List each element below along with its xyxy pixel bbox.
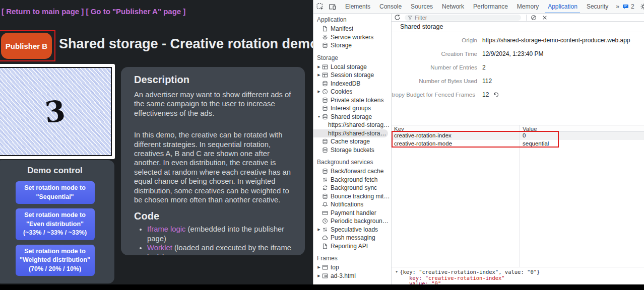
device-toolbar-icon[interactable] (328, 3, 336, 11)
meta-row-entropy-budget: Entropy Budget for Fenced Frames 12 (392, 88, 644, 101)
more-tabs-chevron[interactable]: » (613, 0, 622, 14)
meta-label: Origin (392, 37, 477, 43)
sidebar-item-interest-groups[interactable]: Interest groups (313, 104, 391, 113)
sidebar-item-speculative-loads[interactable]: ▶Speculative loads (313, 226, 391, 234)
sidebar-item-local-storage[interactable]: ▶Local storage (313, 63, 391, 71)
iframe-logic-link[interactable]: Iframe logic (147, 225, 185, 233)
tab-sources[interactable]: Sources (406, 0, 437, 14)
devtools-tabbar: Elements Console Sources Network Perform… (313, 0, 644, 14)
ad-creative-frame[interactable]: 3 (0, 64, 115, 159)
meta-row-bytes-used: Number of Bytes Used 112 (392, 74, 644, 88)
list-item: Worklet (loaded and executed by the ifra… (147, 243, 292, 255)
table-column-divider (520, 125, 520, 267)
shared-storage-panel: Shared storage Origin https://shared-sto… (392, 14, 644, 284)
sidebar-item-payment-handler[interactable]: Payment handler (313, 209, 391, 218)
filter-input[interactable] (415, 15, 518, 21)
table-row[interactable]: creative-rotation-mode sequential (392, 140, 644, 148)
description-paragraph-1: An advertiser may want to show different… (134, 90, 292, 118)
inspect-element-icon[interactable] (316, 3, 324, 11)
sidebar-item-frame-ad-3[interactable]: ▶ad-3.html (313, 272, 391, 280)
database-icon (322, 81, 328, 87)
go-to-publisher-a-link[interactable]: [ Go to "Publisher A" page ] (86, 7, 186, 16)
sidebar-item-notifications[interactable]: Notifications (313, 200, 391, 209)
table-row[interactable]: creative-rotation-index 0 (392, 132, 644, 140)
sidebar-item-shared-storage-origin-2-selected[interactable]: https://shared-storage-d... (313, 129, 388, 138)
database-icon (322, 97, 328, 103)
worklet-link[interactable]: Worklet (147, 244, 172, 252)
expand-arrow-icon[interactable]: ▼ (316, 115, 322, 118)
sidebar-item-manifest[interactable]: Manifest (313, 25, 391, 33)
table-cell-value: 0 (520, 132, 644, 140)
return-to-main-page-link[interactable]: [ Return to main page ] (2, 7, 84, 16)
sidebar-item-private-state-tokens[interactable]: Private state tokens (313, 96, 391, 105)
sidebar-item-bounce-tracking[interactable]: Bounce tracking mitiga... (313, 192, 391, 201)
database-icon (322, 105, 328, 111)
cookie-icon (322, 89, 328, 95)
column-header-value[interactable]: Value (520, 125, 644, 131)
table-cell-key: creative-rotation-mode (392, 140, 520, 148)
settings-gear-icon[interactable] (639, 3, 644, 11)
tab-network[interactable]: Network (437, 0, 469, 14)
table-icon (322, 64, 328, 70)
refresh-icon[interactable] (394, 14, 401, 21)
meta-value: 112 (482, 78, 492, 85)
sidebar-item-storage-buckets[interactable]: Storage buckets (313, 146, 391, 155)
table-icon (322, 72, 328, 78)
panel-title: Shared storage (392, 22, 644, 32)
collapse-arrow-icon[interactable]: ▶ (316, 73, 322, 77)
section-header-background-services: Background services (313, 154, 391, 167)
meta-row-number-of-entries: Number of Entries 2 (392, 60, 644, 74)
set-weighted-distribution-button[interactable]: Set rotation mode to "Weighted distribut… (16, 245, 95, 276)
clear-entries-icon[interactable] (530, 14, 537, 21)
delete-selected-icon[interactable] (541, 14, 548, 21)
reset-budget-icon[interactable] (493, 92, 499, 98)
meta-row-creation-time: Creation Time 12/9/2024, 1:23:40 PM (392, 47, 644, 60)
meta-value: 12 (482, 91, 499, 98)
sidebar-item-storage[interactable]: Storage (313, 41, 391, 50)
sidebar-item-shared-storage[interactable]: ▼Shared storage (313, 113, 391, 121)
set-sequential-button[interactable]: Set rotation mode to "Sequential" (16, 181, 95, 204)
collapse-arrow-icon[interactable]: ▶ (316, 265, 322, 269)
database-icon (322, 42, 328, 48)
issues-badge[interactable]: 2 (622, 3, 634, 10)
expanded-arrow-icon: ▼ (396, 269, 398, 275)
collapse-arrow-icon[interactable]: ▶ (316, 274, 322, 278)
sidebar-item-frame-top[interactable]: ▶top (313, 263, 391, 272)
sidebar-item-back-forward-cache[interactable]: Back/forward cache (313, 167, 391, 176)
collapse-arrow-icon[interactable]: ▶ (316, 228, 322, 232)
service-worker-gear-icon (322, 34, 328, 40)
sidebar-item-reporting-api[interactable]: Reporting API (313, 242, 391, 251)
sidebar-item-session-storage[interactable]: ▶Session storage (313, 71, 391, 80)
sidebar-item-background-sync[interactable]: Background sync (313, 184, 391, 192)
tab-security[interactable]: Security (582, 0, 613, 14)
database-icon (322, 193, 328, 199)
collapse-arrow-icon[interactable]: ▶ (316, 90, 322, 94)
tab-performance[interactable]: Performance (469, 0, 512, 14)
meta-label: Number of Entries (392, 64, 477, 70)
tab-application[interactable]: Application (543, 0, 582, 14)
meta-row-origin: Origin https://shared-storage-demo-conte… (392, 33, 644, 47)
sidebar-item-cookies[interactable]: ▶Cookies (313, 88, 391, 96)
sidebar-item-background-fetch[interactable]: Background fetch (313, 176, 391, 184)
collapse-arrow-icon[interactable]: ▶ (316, 65, 322, 69)
sidebar-item-shared-storage-origin-1[interactable]: https://shared-storage-d... (313, 121, 391, 129)
description-paragraph-2: In this demo, the creative can be rotate… (134, 130, 292, 204)
sidebar-item-push-messaging[interactable]: Push messaging (313, 234, 391, 242)
sidebar-item-periodic-background-sync[interactable]: Periodic background s... (313, 217, 391, 226)
tab-console[interactable]: Console (375, 0, 406, 14)
sidebar-item-cache-storage[interactable]: Cache storage (313, 137, 391, 146)
filter-funnel-icon (408, 15, 413, 20)
sidebar-item-indexeddb[interactable]: IndexedDB (313, 80, 391, 88)
bottom-black-strip (0, 284, 644, 290)
column-header-key[interactable]: Key (392, 125, 520, 131)
payment-card-icon (322, 210, 328, 216)
entry-preview-pane: ▼ {key: "creative-rotation-index", value… (392, 267, 644, 284)
set-even-distribution-button[interactable]: Set rotation mode to "Even distribution"… (16, 208, 95, 240)
publisher-b-button[interactable]: Publisher B (1, 33, 52, 59)
tab-elements[interactable]: Elements (341, 0, 375, 14)
screenshot-root: [ Return to main page ] [ Go to "Publish… (0, 0, 644, 290)
meta-value: https://shared-storage-demo-content-prod… (482, 37, 630, 44)
table-header-row: Key Value (392, 125, 644, 132)
tab-memory[interactable]: Memory (512, 0, 543, 14)
sidebar-item-service-workers[interactable]: Service workers (313, 33, 391, 42)
